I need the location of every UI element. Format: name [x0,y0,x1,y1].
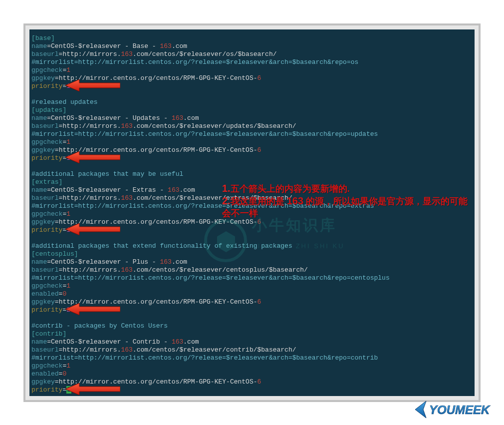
arrow-icon [65,223,120,235]
annotation-number-1: 1. [222,183,231,194]
svg-text:YOUMEEK: YOUMEEK [429,403,491,417]
terminal-window: [base] name=CentOS-$releasever - Base - … [29,29,475,396]
annotation-text: 1.五个箭头上的内容为要新增的. 2.我这里用的是 163 的源，所以如果你是官… [222,182,475,219]
annotation-number-2: 2. [222,195,231,206]
brand-logo: YOUMEEK [413,399,504,420]
arrow-icon [65,79,120,91]
arrow-icon [65,303,120,315]
arrow-icon [65,151,120,163]
screenshot-frame: [base] name=CentOS-$releasever - Base - … [23,23,481,402]
arrow-icon [65,383,120,395]
